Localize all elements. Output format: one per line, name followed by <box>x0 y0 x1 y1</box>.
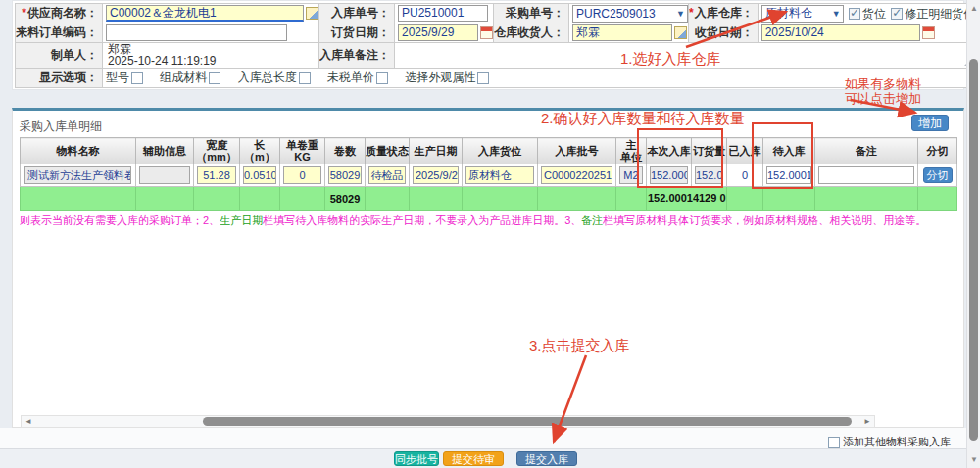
summary-row: 58029 152.00014129 0 <box>21 187 957 211</box>
detail-table: 物料名称 辅助信息 宽度 （mm） 长 （m） 单卷重 KG 卷数 质量状态 生… <box>20 137 957 211</box>
supplier-label: *供应商名称： <box>16 4 103 23</box>
header-form: *供应商名称： C00002＆金龙机电1 入库单号： PU2510001 采购单… <box>15 3 976 88</box>
summary-rolls: 58029 <box>325 187 366 211</box>
annotation-step2: 2.确认好入库数量和待入库数量 <box>541 110 745 128</box>
purchase-no-label: 采购单号： <box>494 4 569 23</box>
rolls-input[interactable]: 58029 <box>328 166 362 184</box>
option-model-checkbox[interactable] <box>131 72 143 84</box>
option-appearance-label: 选择外观属性 <box>405 70 475 84</box>
scroll-left-icon[interactable]: ◄ <box>24 417 32 427</box>
qty-in-input[interactable]: 152.0001 <box>650 166 688 184</box>
annotation-multi-material: 如果有多物料 可以点击增加 <box>845 76 921 106</box>
receive-date-label: 收货日期： <box>689 23 759 43</box>
sync-batch-button[interactable]: 同步批号 <box>394 451 439 466</box>
col-aux-info: 辅助信息 <box>136 138 194 164</box>
purchase-inbound-page: *供应商名称： C00002＆金龙机电1 入库单号： PU2510001 采购单… <box>0 0 980 468</box>
col-material-name: 物料名称 <box>21 138 136 164</box>
location-checkbox[interactable] <box>849 8 860 20</box>
material-order-input[interactable] <box>106 24 287 41</box>
split-button[interactable]: 分切 <box>923 167 953 183</box>
picker-icon[interactable] <box>306 7 318 20</box>
col-qty-in: 本次入库 <box>647 138 692 164</box>
roll-weight-input[interactable]: 0 <box>283 166 321 184</box>
note-input[interactable] <box>818 166 914 184</box>
scroll-up-icon[interactable]: ▲ <box>970 4 978 13</box>
order-date-label: 订货日期： <box>319 23 395 43</box>
batch-input[interactable]: C00002202510241 <box>541 166 612 184</box>
col-length: 长 （m） <box>240 138 280 164</box>
option-length-label: 入库总长度 <box>238 70 297 84</box>
submit-review-button[interactable]: 提交待审 <box>443 451 504 466</box>
notice-text: 则表示当前没有需要入库的采购订单；2、生产日期栏填写待入库物料的实际生产日期，不… <box>20 214 956 227</box>
aux-info-field <box>139 166 190 184</box>
option-length-checkbox[interactable] <box>299 72 311 84</box>
horizontal-scrollbar[interactable]: ◄ ► <box>21 415 875 428</box>
horizontal-scroll-thumb[interactable] <box>203 417 852 426</box>
col-qty-order: 订货量 <box>692 138 727 164</box>
calendar-icon[interactable] <box>922 26 935 39</box>
detail-title: 采购入库单明细 <box>20 118 102 135</box>
location-checkbox-label: 货位 <box>862 6 886 20</box>
material-order-label: 来料订单编码： <box>16 23 103 43</box>
col-width: 宽度 （mm） <box>194 138 240 164</box>
table-row: 测试新方法生产领料卷料 51.28 0.05108 0 58029 待检品 20… <box>21 164 957 187</box>
col-unit: 主 单位 <box>616 138 647 164</box>
quality-field[interactable]: 待检品 <box>368 166 406 184</box>
option-material-label: 组成材料 <box>160 70 207 84</box>
col-qty-done: 已入库 <box>727 138 763 164</box>
order-date-input[interactable]: 2025/9/29 <box>398 24 478 41</box>
chevron-down-icon: ▼ <box>832 9 841 19</box>
submit-inbound-button[interactable]: 提交入库 <box>516 451 577 466</box>
vertical-scrollbar[interactable]: ▲ ▼ <box>966 0 980 468</box>
summary-amount: 152.00014129 0 <box>647 187 727 211</box>
unit-field: M2 <box>619 166 643 184</box>
location-input[interactable]: 原材料仓 <box>466 166 534 184</box>
order-note-label: 入库单备注： <box>319 43 395 69</box>
scroll-down-icon[interactable]: ▼ <box>970 455 978 464</box>
col-rolls: 卷数 <box>325 138 366 164</box>
inbound-no-input[interactable]: PU2510001 <box>398 5 488 22</box>
fix-detail-checkbox-label: 修正明细货位 <box>905 6 975 20</box>
calendar-icon[interactable] <box>480 26 493 39</box>
col-quality: 质量状态 <box>366 138 410 164</box>
add-other-checkbox-row[interactable]: 添加其他物料采购入库 <box>826 435 951 449</box>
width-input[interactable]: 51.28 <box>197 166 236 184</box>
receiver-input[interactable]: 郑霖 <box>572 24 672 41</box>
qty-pending-input[interactable]: 152.0001 <box>766 166 811 184</box>
picker-icon[interactable] <box>674 26 687 39</box>
receiver-label: 仓库收货人： <box>494 23 569 43</box>
option-price-checkbox[interactable] <box>376 72 388 84</box>
col-batch: 入库批号 <box>538 138 616 164</box>
option-appearance-checkbox[interactable] <box>477 72 489 84</box>
receive-date-input[interactable]: 2025/10/24 <box>761 24 920 41</box>
fix-detail-checkbox[interactable] <box>891 8 903 20</box>
add-other-checkbox[interactable] <box>828 437 840 448</box>
bottom-band <box>0 428 966 448</box>
annotation-step3: 3.点击提交入库 <box>529 337 630 355</box>
detail-panel: 采购入库单明细 物料名称 辅助信息 宽度 （mm） 长 （m） 单卷重 KG 卷… <box>12 108 964 428</box>
col-roll-weight: 单卷重 KG <box>280 138 325 164</box>
col-prod-date: 生产日期 <box>410 138 463 164</box>
col-note: 备注 <box>815 138 918 164</box>
display-options-label: 显示选项： <box>16 69 103 88</box>
scroll-right-icon[interactable]: ► <box>863 417 871 427</box>
vertical-scroll-thumb[interactable] <box>969 59 978 441</box>
chevron-down-icon: ▼ <box>676 9 685 19</box>
prod-date-input[interactable]: 2025/9/29 1 <box>413 166 459 184</box>
purchase-no-select[interactable]: PURC2509013▼ <box>572 5 688 23</box>
qty-done-value: 0 <box>727 164 763 187</box>
qty-order-input[interactable]: 152.0001 <box>695 166 723 184</box>
add-button[interactable]: 增加 <box>911 115 949 131</box>
option-price-label: 未税单价 <box>327 70 374 84</box>
warehouse-select[interactable]: 原材料仓▼ <box>761 5 844 23</box>
length-input[interactable]: 0.05108 <box>243 166 276 184</box>
warehouse-label: *入库仓库： <box>689 4 759 23</box>
option-material-checkbox[interactable] <box>209 72 220 84</box>
annotation-step1: 1.选好入库仓库 <box>620 50 721 69</box>
creator-value: 郑霖 2025-10-24 11:19:19 <box>106 43 217 67</box>
option-model-label: 型号 <box>106 70 129 84</box>
add-other-label: 添加其他物料采购入库 <box>843 436 951 447</box>
col-split: 分切 <box>918 138 957 164</box>
supplier-input[interactable]: C00002＆金龙机电1 <box>106 5 304 22</box>
top-form-panel: *供应商名称： C00002＆金龙机电1 入库单号： PU2510001 采购单… <box>12 0 964 90</box>
